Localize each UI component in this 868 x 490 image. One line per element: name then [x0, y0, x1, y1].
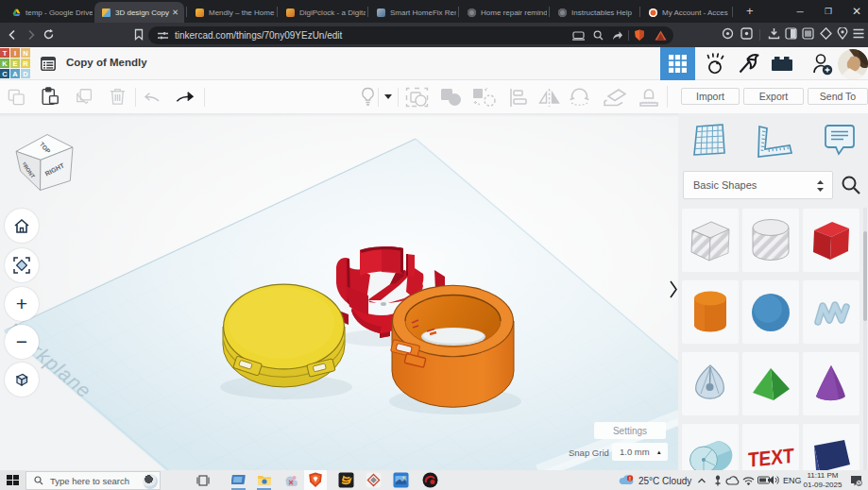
svg-text:5: 5 [858, 481, 860, 486]
svg-text:TEXT: TEXT [748, 443, 794, 471]
svg-text:!: ! [629, 476, 631, 482]
